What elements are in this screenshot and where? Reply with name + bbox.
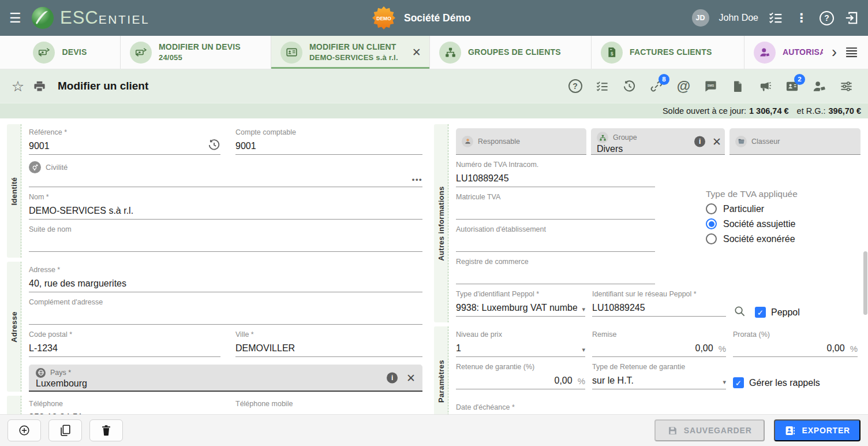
pays-field[interactable]: Pays * Luxembourg i ✕ [29, 365, 422, 392]
help-icon[interactable]: ? [820, 11, 834, 25]
retenue-garantie-input[interactable]: 0,00 [456, 376, 573, 386]
user-name[interactable]: John Doe [719, 13, 759, 23]
user-avatar[interactable]: JD [692, 9, 709, 27]
section-contact-rail [7, 396, 21, 414]
retenue-garantie-field: Retenue de garantie (%) 0,00 % [456, 363, 585, 389]
responsable-field[interactable]: Responsable [456, 128, 586, 155]
brand-logotype: ESCentiel [60, 8, 149, 28]
tune-icon[interactable] [833, 80, 860, 93]
checklist-icon[interactable] [768, 10, 783, 25]
history-icon[interactable] [616, 80, 643, 93]
caret-down-icon[interactable]: ▾ [582, 346, 585, 354]
quotes-icon [33, 42, 55, 64]
clear-pays-icon[interactable]: ✕ [406, 371, 416, 384]
date-echeance-field: Date d'échéance * [456, 403, 585, 414]
radio-off-icon [706, 203, 717, 214]
checkbox-checked-icon [755, 307, 766, 318]
gerer-rappels-checkbox[interactable]: Gérer les rappels [733, 377, 820, 388]
compte-comptable-field: Compte comptable 9001 [235, 128, 422, 155]
favorite-icon[interactable]: ☆ [8, 78, 28, 95]
checklist-icon[interactable] [589, 80, 616, 93]
more-options-icon[interactable]: ••• [412, 175, 422, 184]
civilite-field: Civilité ••• [29, 161, 422, 187]
info-icon[interactable]: i [387, 372, 398, 383]
pays-value: Luxembourg [36, 378, 416, 389]
sms-icon[interactable]: SMS [697, 80, 724, 93]
person-tag-icon[interactable] [806, 80, 833, 93]
ville-input[interactable]: DEMOVILLER [235, 343, 422, 354]
help-icon[interactable]: ? [562, 79, 589, 93]
open-balance-value: 1 306,74 € [749, 106, 789, 116]
clear-groupe-icon[interactable]: ✕ [712, 135, 721, 148]
svg-text:$: $ [611, 51, 613, 57]
delete-button[interactable] [89, 419, 123, 441]
duplicate-button[interactable] [48, 419, 82, 441]
caret-down-icon[interactable]: ▾ [723, 378, 726, 386]
vertical-scrollbar[interactable] [863, 251, 867, 315]
menu-icon[interactable]: ☰ [9, 10, 31, 26]
info-icon[interactable]: i [694, 136, 705, 147]
export-button[interactable]: EXPORTER [774, 419, 860, 441]
peppol-type-select[interactable]: 9938: Luxemburg VAT number [456, 303, 577, 313]
tab-modifier-devis[interactable]: MODIFIER UN DEVIS24/055 [121, 36, 271, 69]
telephone-input[interactable]: 352 12 34 51 [29, 412, 220, 414]
tab-autorisations[interactable]: AUTORISA [744, 36, 829, 69]
close-tab-icon[interactable]: ✕ [412, 46, 421, 59]
print-icon[interactable] [28, 80, 51, 93]
prorata-field: Prorata (%) 0,00 % [733, 330, 858, 357]
complement-adresse-field: Complément d'adresse [29, 298, 422, 325]
history-icon[interactable] [208, 139, 220, 151]
remise-input[interactable]: 0,00 [592, 343, 713, 354]
section-contact: Téléphone 352 12 34 51 Téléphone mobile [7, 396, 426, 414]
type-retenue-select[interactable]: sur le H.T. [592, 376, 718, 386]
nom-input[interactable]: DEMO-SERVICES s.à r.l. [29, 206, 422, 216]
classeur-field[interactable]: Classeur [729, 128, 860, 155]
page-toolbar: ☆ Modifier un client ? 8 @ SMS 2 [0, 69, 868, 103]
contacts-card-icon[interactable]: 2 [779, 80, 806, 93]
radio-particulier[interactable]: Particulier [706, 203, 798, 214]
groupe-field[interactable]: Groupe Divers i ✕ [591, 128, 725, 155]
section-parametres-rail: Paramètres [434, 326, 448, 414]
person-icon [462, 136, 473, 147]
search-icon[interactable] [733, 304, 746, 318]
code-postal-input[interactable]: L-1234 [29, 343, 220, 354]
rg-value: 396,70 € [829, 106, 861, 116]
tab-modifier-client[interactable]: MODIFIER UN CLIENTDEMO-SERVICES s.à r.l.… [271, 36, 430, 69]
radio-societe-assujettie[interactable]: Société assujettie [706, 218, 798, 229]
caret-down-icon[interactable]: ▾ [582, 306, 585, 313]
page-title: Modifier un client [58, 80, 148, 92]
tab-devis[interactable]: DEVIS [0, 36, 121, 69]
radio-societe-exoneree[interactable]: Société exonérée [706, 233, 798, 244]
reference-input[interactable]: 9001 [29, 141, 203, 151]
telephone-field: Téléphone 352 12 34 51 [29, 400, 220, 414]
megaphone-icon[interactable] [751, 80, 779, 93]
org-chart-icon [439, 42, 461, 64]
autorisation-etablissement-field: Autorisation d'établissement [456, 225, 655, 252]
peppol-id-field: Identifiant sur le réseau Peppol * LU108… [592, 290, 726, 317]
compte-comptable-input[interactable]: 9001 [235, 141, 422, 151]
tabs-scroll-right-icon[interactable]: › [829, 36, 840, 69]
section-parametres: Paramètres Niveau de prix 1 ▾ Remise 0,0… [434, 326, 863, 414]
email-icon[interactable]: @ [670, 79, 697, 93]
app-logo [31, 6, 54, 29]
matricule-tva-field: Matricule TVA [456, 193, 655, 220]
code-postal-field: Code postal * L-1234 [29, 330, 220, 357]
logout-icon[interactable] [844, 10, 859, 25]
document-icon[interactable] [724, 80, 751, 93]
save-button[interactable]: SAUVEGARDER [654, 419, 765, 441]
tabs-list-icon[interactable] [840, 36, 863, 69]
links-icon[interactable]: 8 [643, 80, 670, 93]
prorata-input[interactable]: 0,00 [733, 343, 845, 354]
niveau-de-prix-select[interactable]: 1 [456, 343, 577, 354]
tab-factures-clients[interactable]: $ FACTURES CLIENTS [592, 36, 744, 69]
adresse-input[interactable]: 40, rue des marguerites [29, 278, 422, 289]
company-name: Société Démo [404, 12, 471, 24]
add-button[interactable] [8, 419, 41, 441]
tva-intracom-input[interactable]: LU10889245 [456, 173, 655, 184]
tab-groupes-de-clients[interactable]: GROUPES DE CLIENTS [430, 36, 592, 69]
kebab-menu-icon[interactable]: ⋮ [793, 11, 810, 25]
peppol-id-input[interactable]: LU10889245 [592, 303, 726, 313]
section-autres-informations-rail: Autres informations [434, 124, 448, 322]
peppol-checkbox[interactable]: Peppol [755, 307, 800, 318]
peppol-type-field: Type d'identifiant Peppol * 9938: Luxemb… [456, 290, 585, 317]
